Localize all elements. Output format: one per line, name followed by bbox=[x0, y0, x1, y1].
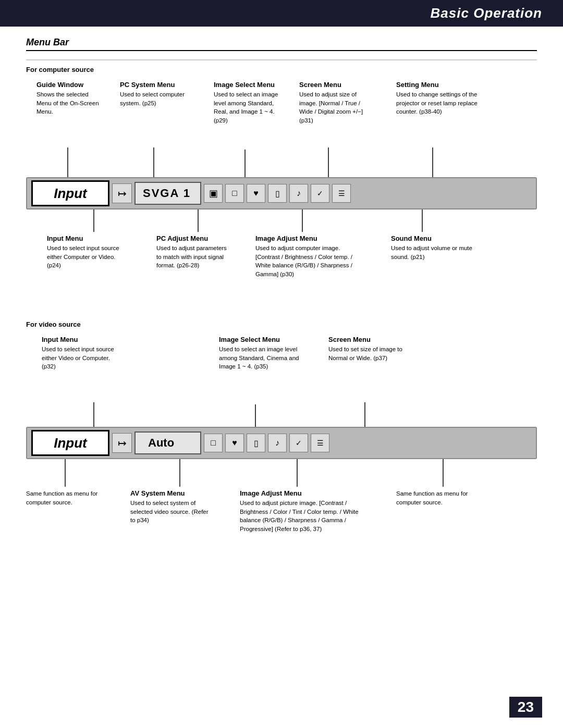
computer-diagram: Guide Window Shows the selected Menu of … bbox=[26, 81, 537, 305]
input-box: Input bbox=[31, 180, 109, 206]
video-source-subtitle: For video source bbox=[26, 320, 537, 328]
video-icon-1: □ bbox=[204, 434, 223, 452]
av-system-menu-label: AV System Menu Used to select system of … bbox=[130, 489, 209, 525]
icon-3: ♥ bbox=[247, 184, 265, 203]
setting-menu-label: Setting Menu Used to change settings of … bbox=[396, 81, 490, 116]
icon-2: □ bbox=[225, 184, 244, 203]
computer-menu-bar: Input ↦ SVGA 1 ▣ □ ♥ ▯ ♪ ✓ ☰ bbox=[26, 177, 537, 209]
sound-menu-label: Sound Menu Used to adjust volume or mute… bbox=[391, 235, 474, 261]
video-icon-4: ♪ bbox=[268, 434, 287, 452]
screen-menu-label: Screen Menu Used to adjust size of image… bbox=[299, 81, 372, 125]
computer-source-subtitle: For computer source bbox=[26, 66, 537, 73]
pc-system-menu-label: PC System Menu Used to select computer s… bbox=[120, 81, 188, 107]
icon-5: ♪ bbox=[289, 184, 308, 203]
pc-adjust-menu-label: PC Adjust Menu Used to adjust parameters… bbox=[156, 235, 229, 270]
video-diagram-lines bbox=[26, 336, 537, 586]
guide-window-label: Guide Window Shows the selected Menu of … bbox=[36, 81, 99, 116]
input-box-video: Input bbox=[31, 430, 109, 456]
image-adjust-menu-bottom-label: Image Adjust Menu Used to adjust compute… bbox=[255, 235, 360, 279]
icon-4: ▯ bbox=[268, 184, 287, 203]
auto-box: Auto bbox=[134, 431, 201, 454]
icon-7: ☰ bbox=[332, 184, 351, 203]
input-icon: ↦ bbox=[112, 183, 132, 203]
video-icon-2: ♥ bbox=[225, 434, 244, 452]
page-header: Basic Operation bbox=[0, 0, 563, 27]
icon-6: ✓ bbox=[311, 184, 329, 203]
header-title: Basic Operation bbox=[431, 5, 542, 21]
input-menu-bottom-label: Input Menu Used to select input source e… bbox=[47, 235, 120, 270]
input-menu-video-label: Input Menu Used to select input source e… bbox=[42, 336, 120, 371]
page-number: 23 bbox=[509, 697, 542, 718]
video-icon-3: ▯ bbox=[247, 434, 265, 452]
section-title: Menu Bar bbox=[26, 37, 537, 51]
icon-1: ▣ bbox=[204, 184, 223, 203]
same-function-left-label: Same function as menu for computer sourc… bbox=[26, 489, 99, 507]
image-select-video-label: Image Select Menu Used to select an imag… bbox=[219, 336, 302, 371]
image-select-menu-label: Image Select Menu Used to select an imag… bbox=[214, 81, 287, 125]
screen-menu-video-label: Screen Menu Used to set size of image to… bbox=[328, 336, 407, 362]
svga-box: SVGA 1 bbox=[134, 182, 201, 205]
input-icon-video: ↦ bbox=[112, 433, 132, 453]
video-menu-bar: Input ↦ Auto □ ♥ ▯ ♪ ✓ ☰ bbox=[26, 427, 537, 459]
image-adjust-video-label: Image Adjust Menu Used to adjust picture… bbox=[240, 489, 360, 534]
video-diagram: Input Menu Used to select input source e… bbox=[26, 336, 537, 586]
same-function-right-label: Same function as menu for computer sourc… bbox=[396, 489, 485, 507]
video-icon-5: ✓ bbox=[289, 434, 308, 452]
video-icon-6: ☰ bbox=[311, 434, 329, 452]
